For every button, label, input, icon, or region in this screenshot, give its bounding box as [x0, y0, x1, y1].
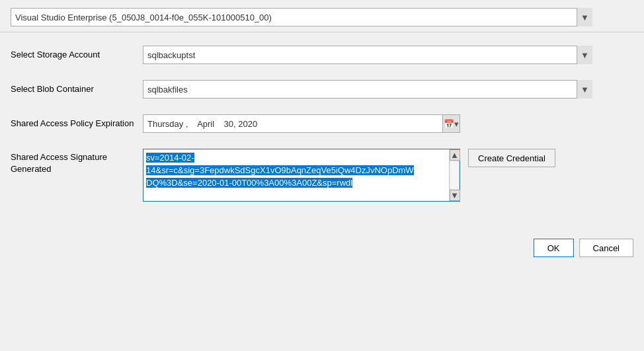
- cancel-button[interactable]: Cancel: [579, 239, 633, 257]
- ok-button[interactable]: OK: [534, 239, 574, 257]
- sas-scrollbar: ▲ ▼: [449, 149, 460, 201]
- blob-container-select[interactable]: sqlbakfiles: [143, 80, 592, 98]
- sas-row: Shared Access Signature Generated sv=201…: [11, 149, 633, 202]
- date-picker-calendar-btn[interactable]: 📅▾: [442, 115, 460, 132]
- expiration-label: Shared Access Policy Expiration: [11, 118, 143, 130]
- scroll-down-btn[interactable]: ▼: [450, 190, 460, 201]
- footer-row: OK Cancel: [0, 233, 644, 262]
- form-area: Select Storage Account sqlbackuptst ▼ Se…: [0, 32, 644, 228]
- subscription-dropdown-wrapper: Visual Studio Enterprise (5_050J8_0014-f…: [11, 8, 592, 26]
- storage-account-select[interactable]: sqlbackuptst: [143, 46, 592, 64]
- sas-label: Shared Access Signature Generated: [11, 149, 143, 175]
- expiration-control: 📅▾: [143, 114, 633, 133]
- backup-to-url-dialog: Visual Studio Enterprise (5_050J8_0014-f…: [0, 0, 644, 351]
- date-picker-input[interactable]: [143, 115, 460, 132]
- subscription-dropdown[interactable]: Visual Studio Enterprise (5_050J8_0014-f…: [11, 8, 592, 26]
- storage-account-row: Select Storage Account sqlbackuptst ▼: [11, 46, 633, 64]
- scroll-track: [450, 161, 460, 190]
- create-credential-button[interactable]: Create Credential: [468, 149, 555, 167]
- scroll-up-icon: ▲: [450, 150, 459, 160]
- blob-container-select-wrapper: sqlbakfiles ▼: [143, 80, 592, 98]
- sas-highlighted-text: sv=2014-02-14&sr=c&sig=3FepdwkSdSgcX1vO9…: [146, 153, 414, 188]
- sas-content[interactable]: sv=2014-02-14&sr=c&sig=3FepdwkSdSgcX1vO9…: [143, 149, 449, 197]
- subscription-row: Visual Studio Enterprise (5_050J8_0014-f…: [0, 0, 644, 32]
- expiration-row: Shared Access Policy Expiration 📅▾: [11, 114, 633, 133]
- storage-account-label: Select Storage Account: [11, 50, 143, 61]
- blob-container-row: Select Blob Container sqlbakfiles ▼: [11, 80, 633, 98]
- scroll-down-icon: ▼: [450, 190, 459, 200]
- sas-control-group: sv=2014-02-14&sr=c&sig=3FepdwkSdSgcX1vO9…: [143, 149, 555, 202]
- sas-textarea-wrapper: sv=2014-02-14&sr=c&sig=3FepdwkSdSgcX1vO9…: [143, 149, 460, 202]
- date-picker: 📅▾: [143, 114, 460, 133]
- storage-account-control: sqlbackuptst ▼: [143, 46, 633, 64]
- storage-account-select-wrapper: sqlbackuptst ▼: [143, 46, 592, 64]
- calendar-icon: 📅▾: [444, 119, 459, 129]
- blob-container-control: sqlbakfiles ▼: [143, 80, 633, 98]
- scroll-up-btn[interactable]: ▲: [450, 149, 460, 161]
- blob-container-label: Select Blob Container: [11, 84, 143, 95]
